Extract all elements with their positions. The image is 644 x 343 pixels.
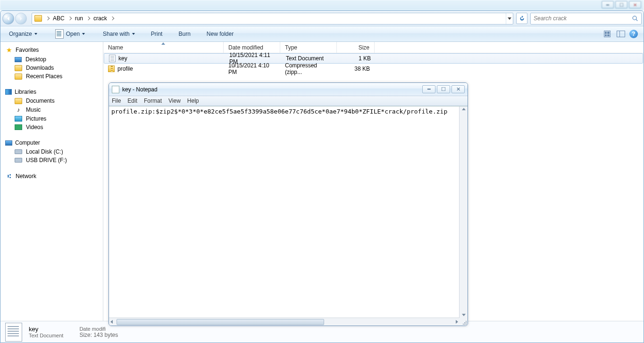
file-date: 10/15/2021 4:10 PM: [224, 62, 280, 75]
search-input[interactable]: [534, 15, 632, 22]
crumb-2[interactable]: crack: [92, 15, 109, 22]
search-box[interactable]: [530, 13, 642, 24]
os-maximize-button[interactable]: ☐: [615, 1, 627, 8]
column-type[interactable]: Type: [280, 42, 337, 53]
file-name: key: [118, 55, 127, 62]
pictures-icon: [15, 116, 22, 122]
network-group[interactable]: ⑆Network: [0, 171, 103, 181]
network-icon: ⑆: [5, 172, 13, 180]
document-icon: [55, 29, 64, 39]
back-button[interactable]: [2, 13, 14, 24]
file-name: profile: [117, 65, 133, 72]
address-bar: ABC run crack: [0, 11, 644, 26]
print-button[interactable]: Print: [146, 26, 167, 42]
search-icon: [632, 15, 638, 22]
breadcrumb[interactable]: ABC run crack: [32, 13, 513, 24]
toolbar: Organize Open Share with Print Burn New …: [0, 26, 644, 42]
sidebar-item-pictures[interactable]: Pictures: [0, 114, 103, 123]
column-headers: Name Date modified Type Size: [103, 42, 644, 53]
file-type-icon: [5, 323, 22, 342]
notepad-close-button[interactable]: ✕: [452, 85, 465, 93]
details-filetype: Text Document: [29, 333, 63, 338]
column-name[interactable]: Name: [103, 42, 224, 53]
menu-format[interactable]: Format: [144, 98, 162, 104]
help-button[interactable]: ?: [629, 30, 638, 38]
file-row[interactable]: profile10/15/2021 4:10 PMCompressed (zip…: [103, 64, 644, 74]
share-with-button[interactable]: Share with: [98, 26, 140, 42]
menu-file[interactable]: File: [112, 98, 121, 104]
scroll-right-icon[interactable]: [456, 320, 458, 324]
column-size[interactable]: Size: [337, 42, 375, 53]
os-close-button[interactable]: ✕: [629, 1, 641, 8]
zip-icon: [108, 65, 115, 72]
crumb-0[interactable]: ABC: [51, 15, 67, 22]
sidebar-item-local-disk[interactable]: Local Disk (C:): [0, 147, 103, 156]
notepad-textarea[interactable]: profile.zip:$zip2$*0*3*0*e82ce5f5ae5f339…: [109, 106, 460, 326]
disk-icon: [15, 149, 22, 154]
refresh-button[interactable]: [516, 13, 527, 24]
vertical-scrollbar[interactable]: [460, 106, 468, 326]
open-button[interactable]: Open: [50, 26, 90, 42]
file-type: Compressed (zipp...: [280, 62, 337, 75]
notepad-titlebar[interactable]: key - Notepad ━ ☐ ✕: [109, 83, 468, 96]
folder-icon: [15, 65, 22, 71]
desktop-icon: [15, 57, 22, 62]
menu-help[interactable]: Help: [187, 98, 199, 104]
svg-line-1: [636, 19, 637, 21]
new-folder-button[interactable]: New folder: [202, 26, 238, 42]
column-date[interactable]: Date modified: [224, 42, 280, 53]
computer-icon: [5, 140, 12, 146]
os-minimize-button[interactable]: ━: [602, 1, 614, 8]
navigation-pane: ★Favorites Desktop Downloads Recent Plac…: [0, 42, 103, 321]
notepad-icon: [112, 86, 119, 93]
notepad-window[interactable]: key - Notepad ━ ☐ ✕ File Edit Format Vie…: [109, 82, 468, 326]
sidebar-item-documents[interactable]: Documents: [0, 97, 103, 105]
menu-view[interactable]: View: [168, 98, 181, 104]
usb-icon: [15, 158, 22, 163]
libraries-group[interactable]: Libraries: [0, 87, 103, 97]
details-date-label: Date modifi: [79, 326, 118, 332]
file-size: 1 KB: [338, 55, 376, 62]
videos-icon: [15, 124, 22, 130]
computer-group[interactable]: Computer: [0, 138, 103, 147]
sidebar-item-videos[interactable]: Videos: [0, 123, 103, 131]
folder-icon: [34, 15, 42, 22]
details-filename: key: [29, 326, 63, 333]
notepad-menubar: File Edit Format View Help: [109, 96, 468, 106]
sidebar-item-music[interactable]: ♪Music: [0, 105, 103, 114]
star-icon: ★: [5, 46, 13, 54]
sidebar-item-desktop[interactable]: Desktop: [0, 55, 103, 64]
notepad-minimize-button[interactable]: ━: [422, 85, 435, 93]
scroll-up-icon[interactable]: [462, 108, 466, 110]
menu-edit[interactable]: Edit: [127, 98, 137, 104]
chevron-right-icon: [86, 16, 90, 20]
breadcrumb-dropdown[interactable]: [506, 13, 513, 24]
svg-point-0: [633, 16, 636, 20]
sidebar-item-recent-places[interactable]: Recent Places: [0, 72, 103, 81]
resize-grip[interactable]: [461, 319, 467, 325]
file-type: Text Document: [281, 55, 338, 62]
sidebar-item-downloads[interactable]: Downloads: [0, 64, 103, 72]
sort-asc-icon: [161, 42, 165, 45]
favorites-group[interactable]: ★Favorites: [0, 45, 103, 55]
scroll-thumb[interactable]: [117, 319, 324, 325]
libraries-icon: [5, 89, 12, 95]
file-row[interactable]: key10/15/2021 4:11 PMText Document1 KB: [104, 53, 643, 64]
chevron-right-icon: [110, 16, 114, 20]
scroll-left-icon[interactable]: [110, 320, 113, 324]
burn-button[interactable]: Burn: [174, 26, 195, 42]
horizontal-scrollbar[interactable]: [109, 318, 460, 326]
crumb-1[interactable]: run: [73, 15, 85, 22]
organize-button[interactable]: Organize: [4, 26, 42, 42]
file-size: 38 KB: [337, 65, 375, 72]
scroll-down-icon[interactable]: [462, 314, 466, 316]
text-file-icon: [109, 55, 116, 62]
preview-pane-button[interactable]: [616, 29, 626, 39]
sidebar-item-usb-drive[interactable]: USB DRIVE (F:): [0, 156, 103, 164]
chevron-right-icon: [67, 16, 71, 20]
forward-button[interactable]: [15, 13, 27, 24]
notepad-title: key - Notepad: [122, 86, 422, 93]
chevron-right-icon: [46, 16, 50, 20]
notepad-maximize-button[interactable]: ☐: [437, 85, 450, 93]
view-options-button[interactable]: [603, 29, 612, 39]
